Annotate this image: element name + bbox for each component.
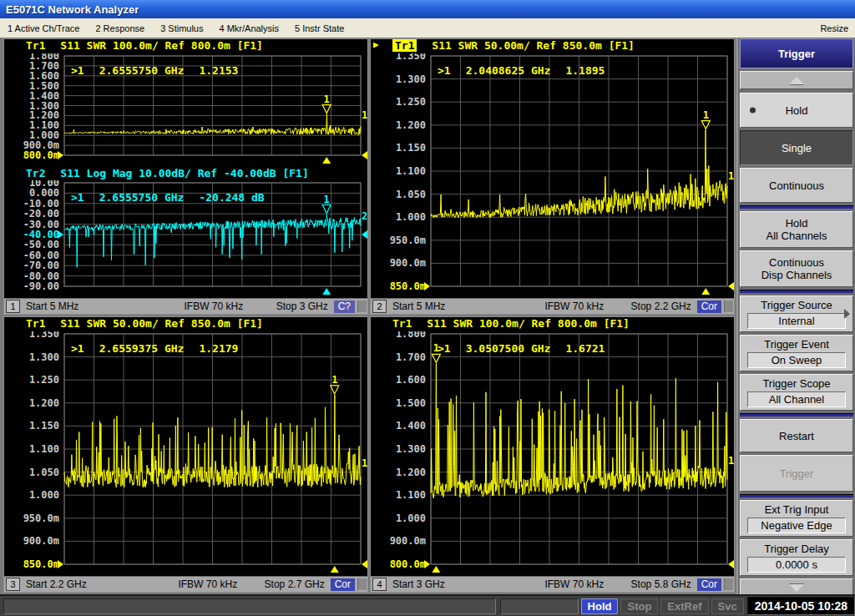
softkey-scroll-up-button[interactable] — [740, 71, 853, 89]
trigger-delay-value: 0.0000 s — [747, 557, 846, 573]
arrow-up-icon — [789, 77, 804, 84]
softkey-trigger-scope[interactable]: Trigger Scope All Channel — [740, 374, 853, 411]
channel-status-bar: 4 Start 3 GHz IFBW 70 kHz Stop 5.8 GHz C… — [371, 576, 734, 592]
ext-trig-input-value: Negative Edge — [747, 518, 846, 533]
graph-ch2-tr1: 1.3501.3001.2501.2001.1501.1001.0501.000… — [371, 53, 734, 298]
softkey-trigger: Trigger — [740, 455, 853, 492]
channel-area: Tr1 S11 SWR 100.0m/ Ref 800.0m [F1] 1.80… — [0, 38, 736, 594]
softkey-ext-trig-input[interactable]: Ext Trig Input Negative Edge — [740, 500, 853, 537]
softkey-menu: Trigger Hold Single Continuous HoldAll C… — [736, 38, 855, 594]
softkey-trigger-event[interactable]: Trigger Event On Sweep — [740, 335, 853, 371]
stop-frequency: Stop 2.7 GHz — [265, 578, 325, 590]
trace-label: Tr1 — [392, 317, 412, 330]
svg-text:1: 1 — [703, 109, 709, 121]
svg-text:1: 1 — [324, 93, 330, 104]
softkey-hold[interactable]: Hold — [740, 93, 853, 128]
svg-text:950.0m: 950.0m — [390, 235, 426, 246]
message-area-aux — [500, 598, 579, 614]
trace-header-text: S11 SWR 100.0m/ Ref 800.0m [F1] — [427, 317, 630, 330]
softkey-trigger-delay[interactable]: Trigger Delay 0.0000 s — [740, 539, 853, 576]
svg-text:1.350: 1.350 — [396, 53, 426, 62]
menu-stimulus[interactable]: 3 Stimulus — [160, 23, 203, 33]
menu-active-ch-trace[interactable]: 1 Active Ch/Trace — [8, 23, 79, 33]
stop-frequency: Stop 3 GHz — [276, 300, 328, 312]
trace-header-text: S11 SWR 50.00m/ Ref 850.0m [F1] — [60, 317, 263, 330]
trace-header-text: S11 Log Mag 10.00dB/ Ref -40.00dB [F1] — [60, 167, 308, 179]
svg-text:1.100: 1.100 — [396, 489, 426, 501]
svg-text:1.500: 1.500 — [396, 397, 426, 409]
instrument-status-bar: Hold Stop ExtRef Svc 2014-10-05 10:28 — [0, 594, 855, 616]
marker-readout: >12.6555750 GHz-20.248 dB — [71, 191, 280, 204]
menu-bar: 1 Active Ch/Trace 2 Response 3 Stimulus … — [0, 18, 855, 38]
svg-text:1.200: 1.200 — [396, 467, 426, 478]
plot-svg: 1.8001.7001.6001.5001.4001.3001.2001.100… — [371, 331, 734, 576]
svg-text:1.300: 1.300 — [396, 73, 426, 85]
channel-window-4[interactable]: Tr1 S11 SWR 100.0m/ Ref 800.0m [F1] 1.80… — [370, 316, 735, 593]
svg-text:1: 1 — [728, 455, 734, 467]
svg-text:1: 1 — [324, 194, 330, 205]
correction-badge: Cor — [697, 578, 721, 591]
submenu-arrow-icon — [844, 309, 850, 319]
menu-instr-state[interactable]: 5 Instr State — [295, 23, 344, 33]
correction-badge: Cor — [331, 578, 355, 591]
softkey-hold-all-channels[interactable]: HoldAll Channels — [740, 211, 853, 248]
channel-window-3[interactable]: Tr1 S11 SWR 50.00m/ Ref 850.0m [F1] 1.35… — [3, 316, 368, 593]
softkey-continuous-disp-channels[interactable]: ContinuousDisp Channels — [740, 250, 853, 287]
trigger-scope-value: All Channel — [747, 391, 846, 407]
start-frequency: Start 3 GHz — [392, 578, 518, 590]
svg-text:1.150: 1.150 — [396, 142, 426, 154]
graph-ch1-tr2: 10.000.000-10.00-20.00-30.00-40.00-50.00… — [4, 180, 367, 298]
svg-text:950.0m: 950.0m — [23, 512, 59, 524]
svg-text:1.200: 1.200 — [29, 397, 59, 409]
correction-badge: C? — [334, 300, 355, 313]
marker-readout: >12.0408625 GHz1.1895 — [438, 64, 620, 77]
svg-text:2: 2 — [362, 210, 367, 222]
menu-mkr-analysis[interactable]: 4 Mkr/Analysis — [219, 23, 279, 33]
svg-text:1.300: 1.300 — [396, 443, 426, 455]
svg-text:1.050: 1.050 — [396, 189, 426, 200]
status-datetime: 2014-10-05 10:28 — [747, 597, 855, 615]
softkey-single[interactable]: Single — [740, 130, 853, 165]
svg-text:1.000: 1.000 — [396, 512, 426, 524]
trace-header: ▶ Tr1 S11 SWR 50.00m/ Ref 850.0m [F1] — [371, 39, 734, 53]
plot-svg: 1.3501.3001.2501.2001.1501.1001.0501.000… — [371, 53, 734, 298]
marker-readout: >13.0507500 GHz1.6721 — [438, 342, 620, 355]
svg-text:1: 1 — [362, 109, 367, 121]
svg-text:1.200: 1.200 — [396, 119, 426, 131]
channel-status-bar: 1 Start 5 MHz IFBW 70 kHz Stop 3 GHz C? — [4, 298, 367, 314]
ifbw-value: IFBW 70 kHz — [151, 300, 276, 312]
softkey-restart[interactable]: Restart — [740, 419, 853, 452]
softkey-continuous[interactable]: Continuous — [740, 168, 853, 203]
status-stop-badge: Stop — [620, 598, 658, 614]
svg-text:1.300: 1.300 — [29, 351, 59, 363]
channel-number[interactable]: 2 — [372, 300, 387, 313]
channel-status-bar: 2 Start 5 MHz IFBW 70 kHz Stop 2.2 GHz C… — [371, 298, 734, 314]
start-frequency: Start 2.2 GHz — [26, 578, 151, 590]
trace-label: Tr2 — [26, 167, 45, 179]
softkey-menu-title: Trigger — [740, 38, 853, 68]
marker-readout: >12.6559375 GHz1.2179 — [71, 342, 253, 355]
svg-text:1.350: 1.350 — [29, 331, 59, 340]
trace-header: Tr1 S11 SWR 100.0m/ Ref 800.0m [F1] — [4, 39, 367, 53]
svg-text:1.250: 1.250 — [29, 374, 59, 386]
graph-ch3-tr1: 1.3501.3001.2501.2001.1501.1001.0501.000… — [4, 331, 367, 576]
menu-resize[interactable]: Resize — [820, 23, 848, 33]
channel-number[interactable]: 4 — [372, 578, 387, 591]
footer-endcap — [724, 300, 733, 312]
svg-text:1.000: 1.000 — [29, 489, 59, 501]
plot-svg: 1.3501.3001.2501.2001.1501.1001.0501.000… — [4, 331, 367, 576]
channel-window-2[interactable]: ▶ Tr1 S11 SWR 50.00m/ Ref 850.0m [F1] 1.… — [370, 38, 735, 315]
channel-number[interactable]: 3 — [6, 578, 20, 591]
channel-window-1[interactable]: Tr1 S11 SWR 100.0m/ Ref 800.0m [F1] 1.80… — [3, 38, 368, 315]
channel-number[interactable]: 1 — [6, 300, 20, 313]
correction-badge: Cor — [697, 300, 721, 313]
trace-header-text: S11 SWR 100.0m/ Ref 800.0m [F1] — [60, 39, 263, 52]
menu-response[interactable]: 2 Response — [95, 23, 144, 33]
trace-header: Tr2 S11 Log Mag 10.00dB/ Ref -40.00dB [F… — [4, 167, 367, 181]
softkey-trigger-source[interactable]: Trigger Source Internal — [740, 295, 853, 332]
svg-text:-90.00: -90.00 — [23, 280, 59, 292]
window-titlebar[interactable]: E5071C Network Analyzer — [0, 0, 855, 18]
svg-text:800.0m: 800.0m — [23, 149, 59, 161]
ifbw-value: IFBW 70 kHz — [518, 578, 631, 590]
trace-header: Tr1 S11 SWR 50.00m/ Ref 850.0m [F1] — [4, 317, 367, 331]
